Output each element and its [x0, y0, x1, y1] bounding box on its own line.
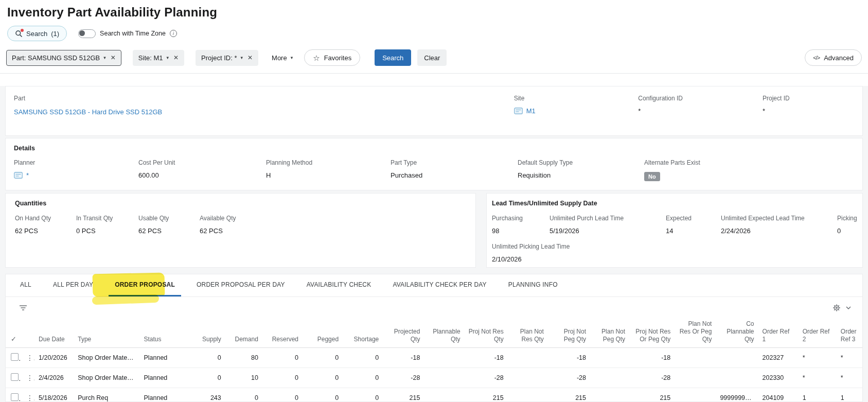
site-link[interactable]: M1 [526, 107, 536, 115]
cell-demand: 0 [225, 388, 262, 402]
row-menu-icon[interactable]: ⋮ [26, 374, 34, 382]
cell-shortage: 0 [343, 368, 383, 388]
filter-chip-part[interactable]: Part: SAMSUNG SSD 512GB ▾ ✕ [6, 50, 121, 66]
gear-icon[interactable] [832, 304, 841, 312]
expected-field: Expected 14 [666, 215, 721, 235]
col-order-ref-1[interactable]: Order Ref 1 [758, 319, 799, 348]
col-status[interactable]: Status [139, 319, 189, 348]
row-checkbox[interactable] [11, 353, 19, 361]
col-plan-not-res-qty[interactable]: Plan Not Res Qty [508, 319, 548, 348]
col-proj-not-peg-qty[interactable]: Proj Not Peg Qty [548, 319, 590, 348]
close-icon[interactable]: ✕ [111, 54, 116, 61]
chevron-down-icon: ▾ [291, 55, 293, 60]
cell-order-ref-1: 204109 [758, 388, 799, 402]
clear-button[interactable]: Clear [417, 49, 447, 66]
col-pegged[interactable]: Pegged [303, 319, 343, 348]
col-order-ref-3[interactable]: Order Ref 3 [837, 319, 862, 348]
unlimited-purch-lead-time-field: Unlimited Purch Lead Time 5/19/2026 [550, 215, 666, 235]
close-icon[interactable]: ✕ [173, 54, 179, 61]
favorites-button[interactable]: ☆ Favorites [304, 49, 360, 66]
col-due-date[interactable]: Due Date [34, 319, 74, 348]
select-all-check-icon[interactable]: ✓ [11, 335, 16, 343]
chevron-down-icon[interactable]: ▾ [240, 55, 243, 60]
col-plan-not-res-or-peg-qty[interactable]: Plan Not Res Or Peg Qty [675, 319, 716, 348]
cell-plannable-qty [424, 348, 464, 368]
cell-reserved: 0 [262, 348, 303, 368]
preview-card-icon[interactable] [14, 172, 23, 179]
cell-proj-not-res-or-peg-qty: 215 [629, 388, 675, 402]
filter-chip-project[interactable]: Project ID: * ▾ ✕ [196, 50, 258, 66]
filter-chip-label: Project ID: * [201, 54, 237, 62]
tab-planning-info[interactable]: PLANNING INFO [502, 274, 564, 296]
unlimited-picking-lead-time-field: Unlimited Picking Lead Time 2/10/2026 [492, 243, 862, 263]
cell-pegged: 0 [303, 348, 343, 368]
tab-all[interactable]: ALL [14, 274, 38, 296]
col-supply[interactable]: Supply [189, 319, 225, 348]
advanced-button[interactable]: </> Advanced [805, 49, 862, 66]
chevron-down-icon[interactable] [846, 306, 851, 309]
usable-qty-value: 62 PCS [138, 227, 200, 235]
col-proj-not-res-or-peg-qty[interactable]: Proj Not Res Or Peg Qty [629, 319, 675, 348]
quantities-title: Quantities [15, 200, 475, 207]
cell-order-ref-3: * [837, 348, 862, 368]
unlimited-purch-lead-time-label: Unlimited Purch Lead Time [550, 215, 666, 222]
timezone-toggle[interactable] [78, 29, 96, 38]
col-proj-not-res-qty[interactable]: Proj Not Res Qty [465, 319, 508, 348]
available-qty-field: Available Qty 62 PCS [200, 215, 475, 235]
tab-availability-check-per-day[interactable]: AVAILABILITY CHECK PER DAY [386, 274, 492, 296]
filter-chip-site[interactable]: Site: M1 ▾ ✕ [133, 50, 184, 66]
table-row[interactable]: ⋮ 1/20/2026 Shop Order Material Planned … [6, 348, 862, 368]
configuration-label: Configuration ID [638, 95, 763, 102]
col-demand[interactable]: Demand [225, 319, 262, 348]
search-panel-button[interactable]: Search (1) [7, 26, 67, 41]
row-menu-icon[interactable]: ⋮ [26, 354, 34, 362]
cell-order-ref-3: 1 [837, 388, 862, 402]
part-type-value: Purchased [391, 171, 518, 179]
planning-method-label: Planning Method [266, 159, 391, 166]
tab-order-proposal-per-day[interactable]: ORDER PROPOSAL PER DAY [190, 274, 291, 296]
part-link[interactable]: SAMSUNG SSD 512GB - Hard Drive SSD 512GB [14, 108, 162, 116]
table-row[interactable]: ⋮ 2/4/2026 Shop Order Material Planned 0… [6, 368, 862, 388]
chevron-down-icon[interactable]: ▾ [103, 55, 106, 60]
row-checkbox[interactable] [11, 373, 19, 381]
chevron-down-icon[interactable]: ▾ [167, 55, 169, 60]
cell-supply: 0 [189, 368, 225, 388]
default-supply-type-label: Default Supply Type [518, 159, 644, 166]
alternate-parts-field: Alternate Parts Exist No [644, 159, 854, 181]
code-icon: </> [813, 55, 820, 61]
row-menu-icon[interactable]: ⋮ [26, 394, 34, 402]
more-filters-button[interactable]: More ▾ [272, 54, 293, 62]
cell-proj-not-peg-qty: -18 [548, 348, 590, 368]
lead-times-card: Lead Times/Unlimited Supply Date Purchas… [486, 193, 863, 268]
app-root: Inventory Part Availability Planning Sea… [0, 0, 868, 402]
notification-dot [21, 29, 24, 32]
cell-shortage: 0 [343, 348, 383, 368]
col-plan-not-peg-qty[interactable]: Plan Not Peg Qty [590, 319, 629, 348]
cell-plan-not-res-qty [508, 368, 548, 388]
purchasing-label: Purchasing [492, 215, 550, 222]
col-projected-qty[interactable]: Projected Qty [383, 319, 424, 348]
col-order-ref-2[interactable]: Order Ref 2 [799, 319, 837, 348]
filter-icon[interactable] [19, 305, 27, 311]
tab-order-proposal[interactable]: ORDER PROPOSAL [109, 274, 181, 296]
col-plannable-qty[interactable]: Plannable Qty [424, 319, 464, 348]
close-icon[interactable]: ✕ [247, 54, 253, 61]
col-type[interactable]: Type [74, 319, 139, 348]
info-icon[interactable]: i [170, 30, 177, 37]
unlimited-expected-lead-time-value: 2/24/2026 [721, 227, 837, 235]
search-button[interactable]: Search [375, 49, 411, 66]
table-row[interactable]: ⋮ 5/18/2026 Purch Req Planned 243 0 0 0 … [6, 388, 862, 402]
project-value: * [763, 107, 854, 115]
row-checkbox[interactable] [11, 393, 19, 401]
lead-times-title: Lead Times/Unlimited Supply Date [492, 200, 862, 207]
preview-card-icon[interactable] [514, 108, 523, 114]
col-shortage[interactable]: Shortage [343, 319, 383, 348]
col-reserved[interactable]: Reserved [262, 319, 303, 348]
default-supply-type-field: Default Supply Type Requisition [518, 159, 644, 181]
planner-link[interactable]: * [26, 171, 29, 179]
cost-per-unit-label: Cost Per Unit [138, 159, 266, 166]
search-icon [15, 30, 23, 38]
col-co-plannable-qty[interactable]: Co Plannable Qty [716, 319, 758, 348]
tab-all-per-day[interactable]: ALL PER DAY [47, 274, 99, 296]
tab-availability-check[interactable]: AVAILABILITY CHECK [300, 274, 378, 296]
